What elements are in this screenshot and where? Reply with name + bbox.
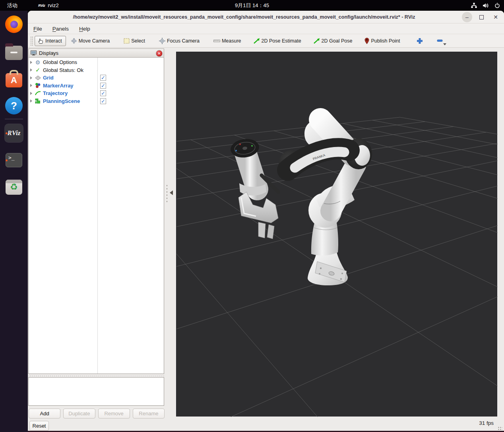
robot-finger [267,225,274,239]
files-icon [5,46,23,60]
tree-row-global-status[interactable]: ✓ Global Status: Ok [29,66,164,74]
grid-checkbox[interactable]: ✓ [100,75,106,81]
tool-bar: Interact Move Camera Select Focus Camera… [28,34,504,48]
tree-column-divider[interactable] [97,58,98,374]
splitter-dots [166,184,168,203]
marker-array-icon [35,83,41,89]
tool-measure[interactable]: Measure [211,37,245,45]
remove-display-button[interactable]: Remove [98,409,130,418]
tool-move-camera[interactable]: Move Camera [68,36,114,46]
firefox-icon [5,15,23,33]
tool-publish-point[interactable]: Publish Point [362,36,403,46]
panel-close-icon[interactable]: ✕ [156,50,163,57]
dock-firefox-icon[interactable] [4,15,23,34]
running-indicator [6,132,8,134]
expander-icon[interactable] [30,92,32,95]
monitor-icon [31,50,37,56]
menu-file[interactable]: File [33,26,42,32]
dock: A ? RViz >_ ♻ [0,11,28,432]
displays-panel-header[interactable]: Displays ✕ [28,48,164,58]
tree-row-markerarray[interactable]: MarkerArray ✓ [29,82,164,90]
remove-tool-button[interactable] [434,37,446,45]
clock[interactable]: 9月1日 14：45 [235,2,269,9]
toolbar-drag-handle[interactable] [30,36,33,46]
tool-focus-camera[interactable]: Focus Camera [157,36,203,46]
displays-panel-title: Displays [39,50,58,56]
dock-trash-icon[interactable]: ♻ [4,178,23,197]
reset-button[interactable]: Reset [29,421,49,431]
expander-icon[interactable] [30,76,32,79]
focused-app-name: rviz2 [48,2,58,8]
dock-files-icon[interactable] [4,43,23,62]
ruler-icon [213,39,220,43]
network-icon[interactable] [471,3,477,8]
green-arrow-icon [314,38,320,44]
power-icon[interactable] [494,3,500,8]
tree-row-grid[interactable]: Grid ✓ [29,74,164,82]
ubuntu-software-icon: A [6,73,22,87]
markerarray-checkbox[interactable]: ✓ [100,83,106,89]
fps-counter: 31 fps [479,420,494,426]
dock-software-icon[interactable]: A [4,70,23,89]
crosshair-icon [159,38,165,44]
selection-box-icon [124,38,130,44]
move-arrows-icon [71,38,77,44]
status-ok-icon: ✓ [35,67,41,73]
plus-icon [417,38,423,44]
planningscene-checkbox[interactable]: ✓ [100,98,106,104]
dock-help-icon[interactable]: ? [4,96,23,115]
tree-row-global-options[interactable]: ⚙ Global Options [29,58,164,66]
rviz-app-icon: RViz [38,4,45,8]
dock-rviz-icon[interactable]: RViz [4,124,23,143]
robot-finger [258,222,266,238]
volume-icon[interactable] [483,3,489,8]
trajectory-icon [35,90,41,96]
expander-icon[interactable] [30,99,32,103]
hand-cursor-icon [37,38,44,44]
panda-robot-model: FRANKA [229,119,372,285]
duplicate-display-button[interactable]: Duplicate [63,409,95,418]
window-titlebar[interactable]: /home/wzy/moveit2_ws/install/moveit_reso… [28,11,504,23]
displays-tree: ⚙ Global Options ✓ Global Status: Ok Gri… [28,58,164,374]
tool-select[interactable]: Select [121,37,149,45]
add-display-button[interactable]: Add [29,409,60,418]
grid-display-icon [35,75,41,81]
expander-icon[interactable] [30,61,32,64]
running-indicator [6,159,8,161]
dock-terminal-icon[interactable]: >_ [4,151,23,170]
panel-collapse-handle[interactable] [165,182,176,205]
map-pin-icon [364,38,369,44]
maximize-button[interactable] [476,12,487,22]
green-arrow-icon [254,38,260,44]
minus-icon [437,38,443,44]
render-viewport[interactable]: FRANKA [176,52,497,417]
expander-icon[interactable] [30,84,32,87]
rviz-window: /home/wzy/moveit2_ws/install/moveit_reso… [28,11,504,432]
display-buttons-row: Add Duplicate Remove Rename [29,409,165,418]
planning-scene-icon [35,98,41,104]
focused-app-indicator[interactable]: RViz rviz2 [38,2,59,8]
close-button[interactable]: ✕ [490,12,501,22]
expander-icon[interactable] [30,68,32,72]
terminal-icon: >_ [6,153,22,167]
tool-2d-goal-pose[interactable]: 2D Goal Pose [311,37,356,45]
tree-row-trajectory[interactable]: Trajectory ✓ [29,89,164,97]
tree-row-planningscene[interactable]: PlanningScene ✓ [29,97,164,105]
tool-2d-pose-estimate[interactable]: 2D Pose Estimate [251,37,305,45]
tool-dropdown-arrow[interactable] [443,43,446,45]
menu-help[interactable]: Help [79,26,90,32]
robot-upper-arm [331,164,356,211]
menu-bar: File Panels Help [28,23,504,34]
gear-icon: ⚙ [35,59,41,65]
menu-panels[interactable]: Panels [52,26,69,32]
display-description-box [28,377,164,406]
rename-display-button[interactable]: Rename [133,409,165,418]
minimize-button[interactable]: – [462,12,472,22]
tool-interact[interactable]: Interact [35,36,66,46]
activities-button[interactable]: 活动 [7,2,17,9]
panel-splitter-handle[interactable] [28,375,164,377]
add-tool-button[interactable] [415,37,425,45]
trajectory-checkbox[interactable]: ✓ [100,90,106,96]
collapse-left-icon [170,190,173,195]
dock-divider [5,119,23,119]
